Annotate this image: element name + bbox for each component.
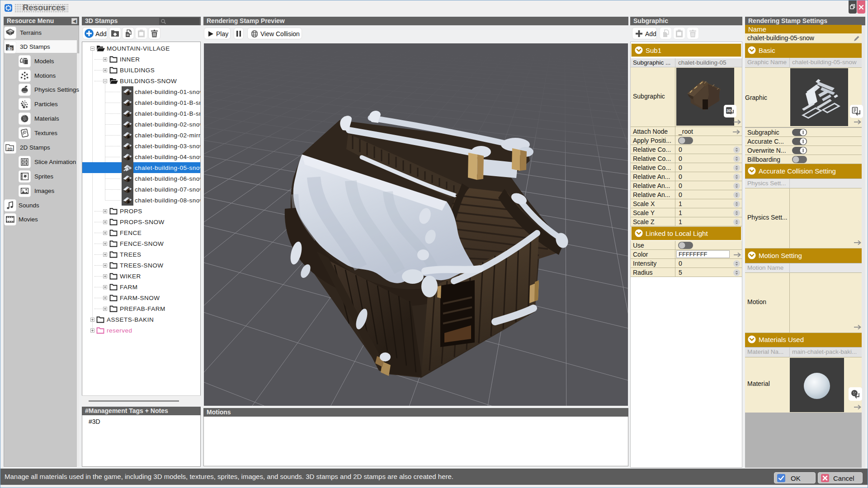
svg-text:2D: 2D: [7, 147, 13, 151]
svg-text:3D: 3D: [7, 47, 13, 51]
